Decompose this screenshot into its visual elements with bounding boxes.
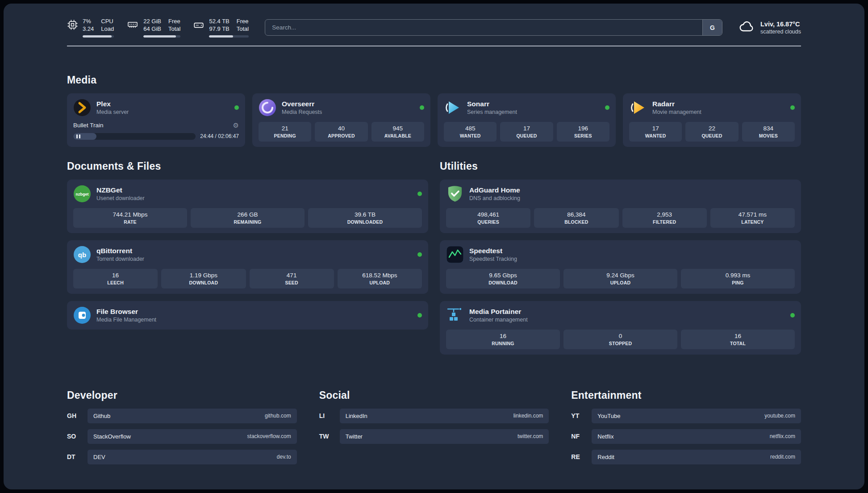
- bookmark-abbr: TW: [319, 433, 340, 440]
- documents-section-title: Documents & Files: [67, 160, 428, 172]
- search-bar: G: [265, 19, 722, 36]
- portainer-card[interactable]: Media Portainer Container management 16R…: [440, 301, 801, 355]
- stat-label: SERIES: [559, 133, 608, 138]
- stat-value: 945: [373, 125, 422, 132]
- stat-label: APPROVED: [317, 133, 366, 138]
- bookmark-abbr: SO: [67, 433, 88, 440]
- stat-label: QUEUED: [687, 133, 736, 138]
- stat-ping: 0.993 msPING: [681, 269, 795, 288]
- stat-queries: 498,461QUERIES: [446, 208, 530, 228]
- stat-label: AVAILABLE: [373, 133, 422, 138]
- sonarr-card[interactable]: Sonarr Series management 485WANTED 17QUE…: [438, 93, 616, 147]
- cpu-bar-fill: [83, 35, 112, 38]
- stat-value: 471: [251, 272, 332, 279]
- stat-download: 9.65 GbpsDOWNLOAD: [446, 269, 560, 288]
- stat-label: BLOCKED: [536, 219, 617, 225]
- app-name: Sonarr: [467, 100, 517, 108]
- bookmark-linkedin[interactable]: LI LinkedInlinkedin.com: [319, 409, 549, 423]
- bookmark-abbr: GH: [67, 412, 88, 419]
- stat-latency: 47.571 msLATENCY: [710, 208, 795, 228]
- ram-free: 22 GiB: [143, 18, 161, 25]
- stat-label: PENDING: [260, 133, 309, 138]
- social-section: Social LI LinkedInlinkedin.com TW Twitte…: [319, 389, 549, 470]
- stat-label: UPLOAD: [339, 280, 420, 285]
- stat-value: 86,384: [536, 211, 617, 218]
- sonarr-icon: [444, 99, 462, 117]
- nzbget-card[interactable]: nzbget NZBGet Usenet downloader 744.21 M…: [67, 180, 428, 233]
- search-input[interactable]: [265, 20, 702, 35]
- bookmark-abbr: RE: [571, 453, 592, 460]
- stat-approved: 40APPROVED: [315, 122, 367, 142]
- gear-icon[interactable]: ⚙: [233, 121, 239, 130]
- stat-value: 47.571 ms: [712, 211, 793, 218]
- bookmark-reddit[interactable]: RE Redditreddit.com: [571, 450, 801, 464]
- radarr-card[interactable]: Radarr Movie management 17WANTED 22QUEUE…: [623, 93, 801, 147]
- overseerr-icon: [259, 99, 276, 117]
- stat-upload: 618.52 MbpsUPLOAD: [338, 269, 422, 288]
- disk-metric: 52.4 TB97.9 TB FreeTotal: [193, 18, 249, 38]
- stat-label: DOWNLOADED: [310, 219, 420, 225]
- bookmark-twitter[interactable]: TW Twittertwitter.com: [319, 429, 549, 444]
- app-subtitle: Movie management: [652, 109, 701, 115]
- app-subtitle: Speedtest Tracking: [469, 256, 517, 262]
- playback-time: 24:44 / 02:06:47: [200, 133, 239, 139]
- stat-value: 9.24 Gbps: [565, 272, 676, 279]
- bookmark-name: StackOverflow: [93, 433, 131, 440]
- bookmark-stackoverflow[interactable]: SO StackOverflowstackoverflow.com: [67, 429, 297, 444]
- bookmark-youtube[interactable]: YT YouTubeyoutube.com: [571, 409, 801, 423]
- bookmark-url: youtube.com: [764, 413, 795, 419]
- portainer-icon: [446, 306, 464, 324]
- bookmark-netflix[interactable]: NF Netflixnetflix.com: [571, 429, 801, 444]
- status-dot: [417, 252, 422, 257]
- filebrowser-icon: [73, 306, 91, 324]
- adguard-icon: [446, 185, 464, 203]
- bookmark-url: reddit.com: [770, 454, 795, 460]
- nzbget-icon: nzbget: [73, 185, 91, 203]
- app-subtitle: Media Requests: [282, 109, 322, 115]
- disk-label-2: Total: [237, 25, 249, 33]
- stat-label: LATENCY: [712, 219, 793, 225]
- stat-rate: 744.21 MbpsRATE: [73, 208, 187, 228]
- stat-label: TOTAL: [683, 341, 793, 346]
- developer-section-title: Developer: [67, 389, 297, 401]
- bookmark-abbr: YT: [571, 412, 592, 419]
- playback-progress[interactable]: [73, 133, 196, 140]
- stat-label: FILTERED: [624, 219, 705, 225]
- stat-value: 485: [446, 125, 495, 132]
- stat-value: 16: [75, 272, 156, 279]
- stat-label: WANTED: [446, 133, 495, 138]
- filebrowser-card[interactable]: File Browser Media File Management: [67, 301, 428, 330]
- bookmark-name: YouTube: [597, 413, 620, 419]
- stat-pending: 21PENDING: [259, 122, 311, 142]
- pause-icon[interactable]: [76, 133, 80, 140]
- plex-icon: [73, 99, 91, 117]
- speedtest-card[interactable]: Speedtest Speedtest Tracking 9.65 GbpsDO…: [440, 240, 801, 294]
- disk-icon: [193, 19, 204, 33]
- bookmark-github[interactable]: GH Githubgithub.com: [67, 409, 297, 423]
- app-name: qBittorrent: [96, 247, 144, 255]
- disk-bar: [209, 35, 249, 38]
- bookmark-name: Netflix: [597, 433, 613, 440]
- stat-value: 22: [687, 125, 736, 132]
- speedtest-icon: [446, 246, 464, 263]
- stat-value: 9.65 Gbps: [448, 272, 558, 279]
- overseerr-card[interactable]: Overseerr Media Requests 21PENDING 40APP…: [252, 93, 430, 147]
- qbittorrent-icon: qb: [73, 246, 91, 263]
- stat-label: DOWNLOAD: [163, 280, 244, 285]
- stat-label: SEED: [251, 280, 332, 285]
- stat-label: WANTED: [631, 133, 680, 138]
- media-section-title: Media: [67, 74, 801, 86]
- stat-value: 0: [565, 333, 676, 339]
- app-name: Media Portainer: [469, 308, 528, 316]
- plex-card[interactable]: Plex Media server Bullet Train ⚙ 24:44 /…: [67, 93, 245, 147]
- bookmark-dev[interactable]: DT DEVdev.to: [67, 450, 297, 464]
- stat-movies: 834MOVIES: [742, 122, 795, 142]
- app-subtitle: Series management: [467, 109, 517, 115]
- qbittorrent-icon-text: qb: [78, 251, 86, 259]
- adguard-card[interactable]: AdGuard Home DNS and adblocking 498,461Q…: [440, 180, 801, 233]
- media-section: Media Plex Media server Bullet Train ⚙: [67, 74, 801, 147]
- social-section-title: Social: [319, 389, 549, 401]
- cpu-label-1: CPU: [101, 18, 114, 25]
- search-engine-button[interactable]: G: [702, 20, 722, 35]
- qbittorrent-card[interactable]: qb qBittorrent Torrent downloader 16LEEC…: [67, 240, 428, 294]
